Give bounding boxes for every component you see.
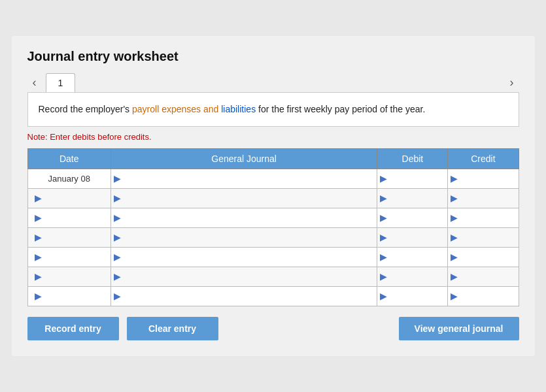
date-cell-6[interactable]: ▶ — [27, 286, 111, 306]
header-journal: General Journal — [111, 148, 377, 169]
journal-input-1[interactable] — [124, 189, 377, 208]
debit-input-2[interactable] — [390, 208, 447, 227]
credit-input-6[interactable] — [460, 287, 518, 306]
record-entry-button[interactable]: Record entry — [27, 317, 119, 340]
debit-cell-6[interactable]: ▶ — [377, 286, 448, 306]
table-header-row: Date General Journal Debit Credit — [27, 148, 519, 169]
date-cell-5[interactable]: ▶ — [27, 267, 111, 286]
debit-input-5[interactable] — [390, 267, 447, 286]
table-row: ▶▶▶▶ — [27, 188, 519, 208]
journal-table: Date General Journal Debit Credit Januar… — [27, 148, 519, 306]
journal-cell-3[interactable]: ▶ — [111, 227, 377, 247]
view-general-journal-button[interactable]: View general journal — [399, 317, 519, 340]
credit-input-3[interactable] — [460, 228, 518, 247]
worksheet-container: Journal entry worksheet ‹ 1 › Record the… — [12, 36, 535, 355]
debit-cell-2[interactable]: ▶ — [377, 208, 448, 227]
debit-input-0[interactable] — [390, 169, 447, 188]
page-title: Journal entry worksheet — [27, 49, 519, 64]
credit-input-5[interactable] — [460, 267, 518, 286]
table-row: ▶▶▶▶ — [27, 208, 519, 227]
date-cell-4[interactable]: ▶ — [27, 247, 111, 267]
credit-input-1[interactable] — [460, 189, 518, 208]
debit-cell-4[interactable]: ▶ — [377, 247, 448, 267]
table-row: ▶▶▶▶ — [27, 227, 519, 247]
journal-cell-1[interactable]: ▶ — [111, 188, 377, 208]
journal-cell-2[interactable]: ▶ — [111, 208, 377, 227]
debit-cell-3[interactable]: ▶ — [377, 227, 448, 247]
next-arrow[interactable]: › — [505, 73, 519, 92]
credit-cell-6[interactable]: ▶ — [448, 286, 519, 306]
credit-cell-3[interactable]: ▶ — [448, 227, 519, 247]
journal-input-3[interactable] — [124, 228, 377, 247]
credit-cell-4[interactable]: ▶ — [448, 247, 519, 267]
table-row: ▶▶▶▶ — [27, 286, 519, 306]
journal-input-6[interactable] — [124, 287, 377, 306]
journal-input-4[interactable] — [124, 248, 377, 267]
journal-input-0[interactable] — [124, 169, 377, 188]
credit-input-4[interactable] — [460, 248, 518, 267]
highlight-liabilities: liabilities — [221, 104, 256, 114]
date-input-3[interactable] — [44, 231, 107, 244]
table-row: ▶▶▶▶ — [27, 267, 519, 286]
credit-input-2[interactable] — [460, 208, 518, 227]
debit-input-4[interactable] — [390, 248, 447, 267]
clear-entry-button[interactable]: Clear entry — [127, 317, 218, 340]
credit-cell-5[interactable]: ▶ — [448, 267, 519, 286]
journal-cell-4[interactable]: ▶ — [111, 247, 377, 267]
table-row: ▶▶▶▶ — [27, 247, 519, 267]
date-cell-2[interactable]: ▶ — [27, 208, 111, 227]
button-row: Record entry Clear entry View general jo… — [27, 317, 519, 340]
date-cell-0[interactable]: January 08 — [27, 169, 111, 188]
date-input-5[interactable] — [44, 270, 107, 284]
instruction-box: Record the employer's payroll expenses a… — [27, 92, 519, 126]
note-text: Note: Enter debits before credits. — [27, 132, 519, 142]
highlight-payroll: payroll expenses — [132, 104, 203, 114]
journal-cell-0[interactable]: ▶ — [111, 169, 377, 188]
credit-cell-2[interactable]: ▶ — [448, 208, 519, 227]
header-credit: Credit — [448, 148, 519, 169]
debit-cell-0[interactable]: ▶ — [377, 169, 448, 188]
debit-cell-5[interactable]: ▶ — [377, 267, 448, 286]
journal-input-2[interactable] — [124, 208, 377, 227]
journal-input-5[interactable] — [124, 267, 377, 286]
highlight-and: and — [203, 104, 221, 114]
header-date: Date — [27, 148, 111, 169]
debit-cell-1[interactable]: ▶ — [377, 188, 448, 208]
date-input-6[interactable] — [44, 289, 107, 303]
table-row: January 08▶▶▶ — [27, 169, 519, 188]
date-cell-1[interactable]: ▶ — [27, 188, 111, 208]
journal-cell-6[interactable]: ▶ — [111, 286, 377, 306]
credit-input-0[interactable] — [460, 169, 518, 188]
prev-arrow[interactable]: ‹ — [27, 73, 42, 92]
header-debit: Debit — [377, 148, 448, 169]
date-input-1[interactable] — [44, 191, 107, 205]
date-cell-3[interactable]: ▶ — [27, 227, 111, 247]
instruction-text: Record the employer's payroll expenses a… — [39, 104, 426, 114]
journal-cell-5[interactable]: ▶ — [111, 267, 377, 286]
debit-input-1[interactable] — [390, 189, 447, 208]
credit-cell-1[interactable]: ▶ — [448, 188, 519, 208]
tab-navigation: ‹ 1 › — [27, 73, 519, 92]
date-input-2[interactable] — [44, 211, 107, 225]
debit-input-3[interactable] — [390, 228, 447, 247]
credit-cell-0[interactable]: ▶ — [448, 169, 519, 188]
debit-input-6[interactable] — [390, 287, 447, 306]
date-input-4[interactable] — [44, 250, 107, 264]
tab-1[interactable]: 1 — [46, 73, 76, 92]
